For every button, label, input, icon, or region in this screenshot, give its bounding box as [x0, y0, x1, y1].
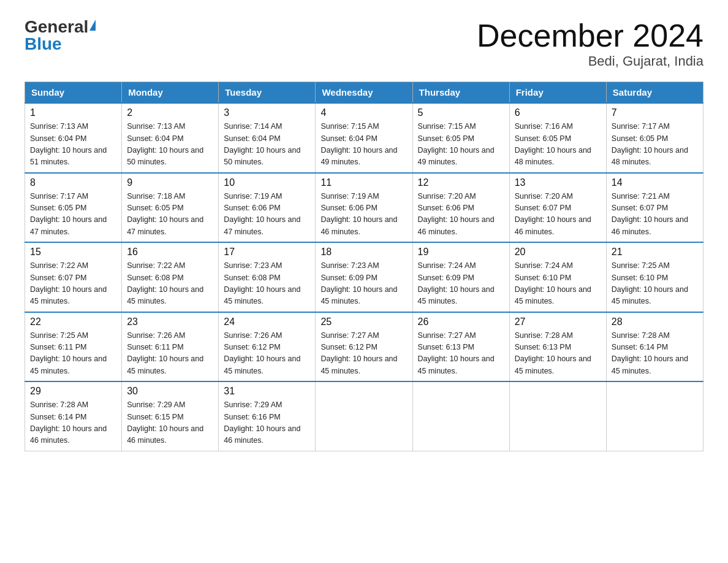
- day-info: Sunrise: 7:23 AMSunset: 6:08 PMDaylight:…: [224, 260, 310, 308]
- day-number: 8: [30, 177, 116, 188]
- day-number: 6: [515, 107, 601, 118]
- calendar-week-row: 22Sunrise: 7:25 AMSunset: 6:11 PMDayligh…: [25, 312, 703, 382]
- header-tuesday: Tuesday: [219, 82, 316, 104]
- table-row: [606, 381, 703, 451]
- table-row: 29Sunrise: 7:28 AMSunset: 6:14 PMDayligh…: [25, 381, 122, 451]
- day-number: 24: [224, 316, 310, 327]
- table-row: 21Sunrise: 7:25 AMSunset: 6:10 PMDayligh…: [606, 242, 703, 312]
- day-number: 5: [418, 107, 504, 118]
- day-info: Sunrise: 7:25 AMSunset: 6:11 PMDaylight:…: [30, 330, 116, 378]
- table-row: [412, 381, 509, 451]
- table-row: 16Sunrise: 7:22 AMSunset: 6:08 PMDayligh…: [122, 242, 219, 312]
- calendar-week-row: 29Sunrise: 7:28 AMSunset: 6:14 PMDayligh…: [25, 381, 703, 451]
- day-info: Sunrise: 7:17 AMSunset: 6:05 PMDaylight:…: [612, 121, 698, 169]
- day-number: 1: [30, 107, 116, 118]
- page-header: General Blue December 2024 Bedi, Gujarat…: [25, 18, 703, 69]
- day-number: 17: [224, 247, 310, 258]
- logo: General Blue: [25, 18, 96, 53]
- table-row: 13Sunrise: 7:20 AMSunset: 6:07 PMDayligh…: [509, 173, 606, 243]
- table-row: 9Sunrise: 7:18 AMSunset: 6:05 PMDaylight…: [122, 173, 219, 243]
- header-friday: Friday: [509, 82, 606, 104]
- day-info: Sunrise: 7:24 AMSunset: 6:10 PMDaylight:…: [515, 260, 601, 308]
- table-row: 28Sunrise: 7:28 AMSunset: 6:14 PMDayligh…: [606, 312, 703, 382]
- table-row: 17Sunrise: 7:23 AMSunset: 6:08 PMDayligh…: [219, 242, 316, 312]
- table-row: 4Sunrise: 7:15 AMSunset: 6:04 PMDaylight…: [316, 103, 412, 173]
- table-row: 23Sunrise: 7:26 AMSunset: 6:11 PMDayligh…: [122, 312, 219, 382]
- header-sunday: Sunday: [25, 82, 122, 104]
- table-row: 25Sunrise: 7:27 AMSunset: 6:12 PMDayligh…: [316, 312, 412, 382]
- day-info: Sunrise: 7:13 AMSunset: 6:04 PMDaylight:…: [30, 121, 116, 169]
- day-number: 2: [127, 107, 213, 118]
- title-block: December 2024 Bedi, Gujarat, India: [477, 18, 703, 69]
- day-number: 31: [224, 386, 310, 397]
- day-info: Sunrise: 7:27 AMSunset: 6:12 PMDaylight:…: [320, 330, 407, 378]
- day-info: Sunrise: 7:15 AMSunset: 6:04 PMDaylight:…: [320, 121, 407, 169]
- table-row: [509, 381, 606, 451]
- table-row: 8Sunrise: 7:17 AMSunset: 6:05 PMDaylight…: [25, 173, 122, 243]
- calendar-header-row: Sunday Monday Tuesday Wednesday Thursday…: [25, 82, 703, 104]
- day-number: 29: [30, 386, 116, 397]
- header-wednesday: Wednesday: [316, 82, 412, 104]
- table-row: 15Sunrise: 7:22 AMSunset: 6:07 PMDayligh…: [25, 242, 122, 312]
- table-row: 22Sunrise: 7:25 AMSunset: 6:11 PMDayligh…: [25, 312, 122, 382]
- header-monday: Monday: [122, 82, 219, 104]
- day-number: 11: [320, 177, 407, 188]
- day-info: Sunrise: 7:19 AMSunset: 6:06 PMDaylight:…: [320, 191, 407, 239]
- table-row: 3Sunrise: 7:14 AMSunset: 6:04 PMDaylight…: [219, 103, 316, 173]
- table-row: 5Sunrise: 7:15 AMSunset: 6:05 PMDaylight…: [412, 103, 509, 173]
- day-info: Sunrise: 7:22 AMSunset: 6:08 PMDaylight:…: [127, 260, 213, 308]
- day-number: 30: [127, 386, 213, 397]
- header-thursday: Thursday: [412, 82, 509, 104]
- day-number: 20: [515, 247, 601, 258]
- calendar-week-row: 1Sunrise: 7:13 AMSunset: 6:04 PMDaylight…: [25, 103, 703, 173]
- table-row: 30Sunrise: 7:29 AMSunset: 6:15 PMDayligh…: [122, 381, 219, 451]
- day-info: Sunrise: 7:28 AMSunset: 6:14 PMDaylight:…: [30, 399, 116, 447]
- day-number: 22: [30, 316, 116, 327]
- logo-triangle-icon: [89, 20, 96, 31]
- table-row: 1Sunrise: 7:13 AMSunset: 6:04 PMDaylight…: [25, 103, 122, 173]
- day-number: 10: [224, 177, 310, 188]
- calendar-week-row: 15Sunrise: 7:22 AMSunset: 6:07 PMDayligh…: [25, 242, 703, 312]
- table-row: 18Sunrise: 7:23 AMSunset: 6:09 PMDayligh…: [316, 242, 412, 312]
- day-number: 25: [320, 316, 407, 327]
- day-info: Sunrise: 7:20 AMSunset: 6:06 PMDaylight:…: [418, 191, 504, 239]
- day-info: Sunrise: 7:29 AMSunset: 6:16 PMDaylight:…: [224, 399, 310, 447]
- day-info: Sunrise: 7:18 AMSunset: 6:05 PMDaylight:…: [127, 191, 213, 239]
- day-number: 28: [612, 316, 698, 327]
- table-row: 19Sunrise: 7:24 AMSunset: 6:09 PMDayligh…: [412, 242, 509, 312]
- table-row: 2Sunrise: 7:13 AMSunset: 6:04 PMDaylight…: [122, 103, 219, 173]
- day-number: 15: [30, 247, 116, 258]
- calendar-title: December 2024: [477, 18, 703, 53]
- table-row: 20Sunrise: 7:24 AMSunset: 6:10 PMDayligh…: [509, 242, 606, 312]
- table-row: 7Sunrise: 7:17 AMSunset: 6:05 PMDaylight…: [606, 103, 703, 173]
- day-info: Sunrise: 7:22 AMSunset: 6:07 PMDaylight:…: [30, 260, 116, 308]
- day-number: 12: [418, 177, 504, 188]
- table-row: 11Sunrise: 7:19 AMSunset: 6:06 PMDayligh…: [316, 173, 412, 243]
- day-info: Sunrise: 7:20 AMSunset: 6:07 PMDaylight:…: [515, 191, 601, 239]
- calendar-table: Sunday Monday Tuesday Wednesday Thursday…: [25, 82, 703, 451]
- logo-blue-text: Blue: [25, 36, 62, 53]
- day-number: 13: [515, 177, 601, 188]
- day-info: Sunrise: 7:28 AMSunset: 6:14 PMDaylight:…: [612, 330, 698, 378]
- day-info: Sunrise: 7:25 AMSunset: 6:10 PMDaylight:…: [612, 260, 698, 308]
- day-info: Sunrise: 7:27 AMSunset: 6:13 PMDaylight:…: [418, 330, 504, 378]
- table-row: 6Sunrise: 7:16 AMSunset: 6:05 PMDaylight…: [509, 103, 606, 173]
- day-number: 3: [224, 107, 310, 118]
- table-row: 10Sunrise: 7:19 AMSunset: 6:06 PMDayligh…: [219, 173, 316, 243]
- day-number: 23: [127, 316, 213, 327]
- calendar-week-row: 8Sunrise: 7:17 AMSunset: 6:05 PMDaylight…: [25, 173, 703, 243]
- day-info: Sunrise: 7:17 AMSunset: 6:05 PMDaylight:…: [30, 191, 116, 239]
- day-number: 26: [418, 316, 504, 327]
- day-info: Sunrise: 7:29 AMSunset: 6:15 PMDaylight:…: [127, 399, 213, 447]
- table-row: 12Sunrise: 7:20 AMSunset: 6:06 PMDayligh…: [412, 173, 509, 243]
- day-info: Sunrise: 7:24 AMSunset: 6:09 PMDaylight:…: [418, 260, 504, 308]
- day-number: 27: [515, 316, 601, 327]
- day-number: 16: [127, 247, 213, 258]
- day-info: Sunrise: 7:13 AMSunset: 6:04 PMDaylight:…: [127, 121, 213, 169]
- table-row: [316, 381, 412, 451]
- day-info: Sunrise: 7:15 AMSunset: 6:05 PMDaylight:…: [418, 121, 504, 169]
- day-number: 21: [612, 247, 698, 258]
- day-number: 4: [320, 107, 407, 118]
- day-info: Sunrise: 7:23 AMSunset: 6:09 PMDaylight:…: [320, 260, 407, 308]
- day-number: 9: [127, 177, 213, 188]
